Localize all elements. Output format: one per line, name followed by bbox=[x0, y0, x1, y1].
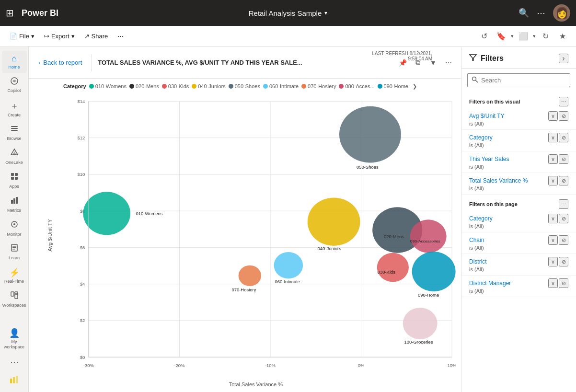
more-icon[interactable]: ⋯ bbox=[537, 8, 545, 18]
svg-text:-10%: -10% bbox=[265, 363, 276, 368]
main-layout: ⌂ Home Copilot ＋ Create Browse OneLake bbox=[0, 47, 576, 392]
view-button[interactable]: ⬜ bbox=[516, 29, 531, 44]
back-arrow-icon: ‹ bbox=[38, 59, 40, 66]
search-icon[interactable]: 🔍 bbox=[518, 8, 529, 18]
undo-button[interactable]: ↺ bbox=[476, 29, 492, 44]
sidebar-item-browse[interactable]: Browse bbox=[2, 121, 27, 144]
more-chart-icon[interactable]: ⋯ bbox=[442, 56, 455, 69]
filters-title: Filters bbox=[469, 54, 504, 63]
topbar-actions: 🔍 ⋯ 👩 bbox=[518, 4, 570, 22]
bubble-womens[interactable] bbox=[83, 192, 130, 235]
metrics-icon bbox=[10, 196, 19, 207]
share-button[interactable]: ↗ Share bbox=[81, 31, 112, 42]
file-button[interactable]: 📄 File ▾ bbox=[6, 31, 38, 42]
legend-dot-home bbox=[378, 84, 382, 89]
cmd-right-actions: ↺ 🔖 ▾ ⬜ ▾ ↻ ★ bbox=[476, 29, 570, 44]
svg-rect-3 bbox=[11, 130, 18, 131]
sidebar-item-apps[interactable]: Apps bbox=[2, 169, 27, 192]
filter-district-expand[interactable]: ∨ bbox=[548, 257, 558, 266]
sidebar-item-create[interactable]: ＋ Create bbox=[2, 97, 27, 121]
sidebar-item-powerbi[interactable] bbox=[2, 371, 27, 388]
sidebar-item-more[interactable]: ⋯ bbox=[2, 354, 27, 370]
filter-chain-expand[interactable]: ∨ bbox=[548, 235, 558, 245]
bubble-accessories[interactable] bbox=[410, 219, 447, 253]
bubble-juniors[interactable] bbox=[308, 197, 360, 246]
legend-label-accessories: 080-Acces... bbox=[345, 83, 374, 89]
user-avatar[interactable]: 👩 bbox=[553, 4, 570, 22]
legend-item-shoes: 050-Shoes bbox=[229, 83, 260, 89]
svg-rect-7 bbox=[15, 177, 18, 180]
sidebar-item-onelake[interactable]: OneLake bbox=[2, 145, 27, 168]
bubble-groceries[interactable] bbox=[403, 308, 438, 339]
filter-page-category-clear[interactable]: ⊘ bbox=[559, 214, 568, 223]
svg-text:0%: 0% bbox=[358, 363, 365, 368]
waffle-icon[interactable]: ⊞ bbox=[6, 7, 14, 19]
filter-avg-unit-ty-clear[interactable]: ⊘ bbox=[559, 111, 568, 121]
legend-dot-hosiery bbox=[301, 84, 306, 89]
report-title[interactable]: Retail Analysis Sample ▾ bbox=[249, 9, 328, 17]
bubble-hosiery[interactable] bbox=[239, 265, 261, 286]
legend-item-intimate: 060-Intimate bbox=[263, 83, 299, 89]
export-button[interactable]: ↦ Export ▾ bbox=[40, 31, 79, 42]
export-icon: ↦ bbox=[44, 33, 49, 40]
filters-page-more-button[interactable]: ⋯ bbox=[559, 199, 568, 209]
bookmark-chevron-icon[interactable]: ▾ bbox=[511, 33, 514, 39]
filter-district-header: District ∨ ⊘ bbox=[469, 257, 568, 266]
filter-category: Category ∨ ⊘ is (All) bbox=[461, 130, 576, 151]
filter-search-input[interactable] bbox=[481, 77, 566, 84]
back-to-report-button[interactable]: ‹ Back to report bbox=[35, 57, 86, 68]
my-workspace-icon: 👤 bbox=[9, 328, 20, 338]
workspaces-icon bbox=[10, 291, 19, 302]
svg-rect-22 bbox=[16, 376, 18, 383]
bookmark-button[interactable]: 🔖 bbox=[494, 29, 509, 44]
legend-label-intimate: 060-Intimate bbox=[269, 83, 299, 89]
legend-label-womens: 010-Womens bbox=[95, 83, 127, 89]
legend-item-kids: 030-Kids bbox=[162, 83, 189, 89]
filters-visual-more-button[interactable]: ⋯ bbox=[559, 97, 568, 106]
more-options-button[interactable]: ⋯ bbox=[114, 31, 127, 42]
sidebar-item-home[interactable]: ⌂ Home bbox=[2, 51, 27, 73]
filter-district-clear[interactable]: ⊘ bbox=[559, 257, 568, 266]
legend-dot-mens bbox=[129, 84, 134, 89]
svg-line-52 bbox=[476, 81, 478, 83]
file-chevron-icon: ▾ bbox=[31, 33, 35, 40]
sidebar-item-metrics[interactable]: Metrics bbox=[2, 193, 27, 216]
filter-district-manager-expand[interactable]: ∨ bbox=[548, 278, 558, 288]
sidebar-item-realtime[interactable]: ⚡ Real-Time bbox=[2, 265, 27, 287]
filter-page-category-expand[interactable]: ∨ bbox=[548, 214, 558, 223]
filter-avg-unit-ty-expand[interactable]: ∨ bbox=[548, 111, 558, 121]
legend-item-mens: 020-Mens bbox=[129, 83, 159, 89]
filter-chain-clear[interactable]: ⊘ bbox=[559, 235, 568, 245]
svg-text:$10: $10 bbox=[77, 173, 85, 177]
bubble-shoes[interactable] bbox=[339, 106, 401, 163]
filter-category-expand[interactable]: ∨ bbox=[548, 133, 558, 142]
bubble-intimate[interactable] bbox=[274, 252, 303, 278]
filter-this-year-sales-expand[interactable]: ∨ bbox=[548, 154, 558, 164]
sidebar-item-copilot[interactable]: Copilot bbox=[2, 74, 27, 96]
home-icon: ⌂ bbox=[12, 54, 17, 64]
filter-search-box[interactable] bbox=[467, 73, 570, 87]
view-chevron-icon[interactable]: ▾ bbox=[533, 33, 536, 39]
filter-district-manager-clear[interactable]: ⊘ bbox=[559, 278, 568, 288]
favorite-button[interactable]: ★ bbox=[555, 29, 570, 44]
filter-category-clear[interactable]: ⊘ bbox=[559, 133, 568, 142]
filters-header: Filters › bbox=[461, 47, 576, 69]
bubble-home[interactable] bbox=[412, 252, 456, 291]
sidebar-item-workspaces[interactable]: Workspaces bbox=[2, 288, 27, 311]
svg-rect-1 bbox=[11, 126, 18, 127]
legend-dot-kids bbox=[162, 84, 167, 89]
filter-this-year-sales-clear[interactable]: ⊘ bbox=[559, 154, 568, 164]
legend-next-arrow[interactable]: ❯ bbox=[411, 82, 419, 90]
sidebar-item-monitor[interactable]: Monitor bbox=[2, 217, 27, 240]
filters-expand-button[interactable]: › bbox=[559, 54, 568, 63]
filter-total-sales-variance-expand[interactable]: ∨ bbox=[548, 176, 558, 185]
filter-total-sales-variance-clear[interactable]: ⊘ bbox=[559, 176, 568, 185]
refresh-button[interactable]: ↻ bbox=[538, 29, 553, 44]
label-accessories: 080-Accessories bbox=[410, 239, 440, 243]
sidebar-item-my-workspace[interactable]: 👤 My workspace bbox=[2, 325, 27, 353]
sidebar-item-learn[interactable]: Learn bbox=[2, 241, 27, 264]
more-options-icon: ⋯ bbox=[117, 33, 124, 40]
svg-rect-15 bbox=[12, 247, 16, 248]
sidebar: ⌂ Home Copilot ＋ Create Browse OneLake bbox=[0, 47, 29, 392]
bubble-kids[interactable] bbox=[377, 253, 409, 282]
